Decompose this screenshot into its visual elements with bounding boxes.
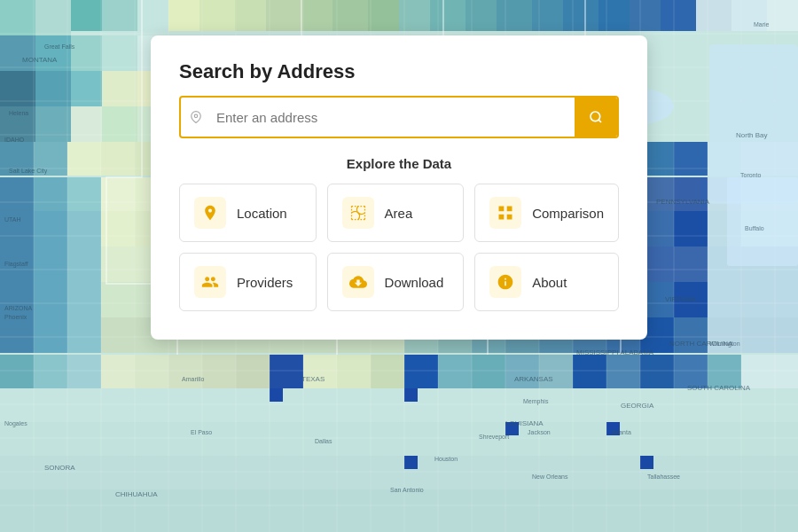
svg-text:IDAHO: IDAHO: [4, 137, 25, 143]
svg-text:Toronto: Toronto: [740, 172, 761, 178]
search-submit-button[interactable]: [575, 98, 617, 137]
svg-rect-178: [34, 317, 67, 353]
svg-rect-4: [102, 0, 137, 31]
svg-rect-27: [368, 0, 399, 31]
explore-grid: Location Area Comparison: [179, 184, 619, 311]
svg-rect-114: [438, 355, 472, 388]
svg-text:Nogales: Nogales: [4, 420, 27, 427]
svg-rect-1: [0, 0, 35, 35]
svg-rect-25: [301, 0, 332, 31]
svg-text:New Orleans: New Orleans: [532, 473, 568, 480]
svg-text:Helena: Helena: [9, 110, 28, 116]
svg-text:Amarillo: Amarillo: [182, 376, 204, 382]
svg-rect-104: [101, 355, 135, 388]
svg-text:Flagstaff: Flagstaff: [4, 261, 28, 268]
location-pin-search-icon: [181, 111, 211, 123]
svg-line-280: [598, 120, 601, 122]
svg-text:SONORA: SONORA: [44, 464, 75, 472]
svg-text:GEORGIA: GEORGIA: [621, 402, 654, 410]
svg-rect-116: [505, 355, 539, 388]
svg-rect-189: [674, 317, 708, 353]
svg-text:VIRGINIA: VIRGINIA: [665, 295, 697, 303]
svg-rect-136: [67, 211, 101, 246]
svg-rect-86: [67, 177, 101, 211]
svg-rect-22: [200, 0, 235, 31]
svg-rect-7: [35, 35, 71, 71]
svg-rect-19: [102, 106, 137, 142]
explore-item-location[interactable]: Location: [179, 184, 317, 242]
svg-rect-135: [34, 211, 67, 246]
svg-text:Houston: Houston: [434, 456, 458, 462]
svg-text:Dallas: Dallas: [315, 438, 332, 444]
svg-text:Tallahassee: Tallahassee: [647, 473, 680, 480]
svg-rect-24: [266, 0, 301, 31]
svg-rect-9: [102, 35, 137, 71]
svg-point-279: [591, 112, 600, 121]
svg-rect-164: [34, 282, 67, 317]
svg-rect-46: [532, 0, 563, 31]
svg-rect-8: [71, 35, 102, 71]
search-panel: Search by Address Explore the Data Loc: [151, 35, 647, 340]
svg-text:ARIZONA: ARIZONA: [4, 305, 32, 311]
svg-rect-176: [708, 282, 798, 317]
svg-text:UTAH: UTAH: [4, 216, 21, 223]
svg-rect-6: [0, 35, 35, 71]
providers-label: Providers: [237, 275, 293, 290]
svg-rect-23: [235, 0, 266, 31]
svg-text:PENNSYLVANIA: PENNSYLVANIA: [656, 198, 710, 206]
svg-point-278: [194, 114, 198, 118]
svg-rect-107: [202, 355, 236, 388]
svg-text:SOUTH CAROLINA: SOUTH CAROLINA: [687, 384, 751, 392]
svg-rect-48: [598, 0, 630, 31]
svg-text:Memphis: Memphis: [523, 398, 549, 405]
explore-item-comparison[interactable]: Comparison: [474, 184, 619, 242]
about-label: About: [532, 275, 567, 290]
svg-rect-45: [497, 0, 532, 31]
svg-text:MISSISSIPPI ALABAMA: MISSISSIPPI ALABAMA: [576, 348, 654, 356]
svg-rect-126: [0, 456, 798, 489]
svg-rect-119: [606, 355, 640, 388]
about-icon-box: [489, 266, 521, 298]
svg-rect-110: [303, 355, 337, 388]
svg-rect-128: [270, 388, 283, 402]
svg-rect-57: [661, 0, 696, 31]
explore-item-download[interactable]: Download: [327, 253, 465, 311]
address-search-input[interactable]: [211, 101, 575, 134]
svg-rect-111: [337, 355, 371, 388]
explore-item-about[interactable]: About: [474, 253, 619, 311]
svg-rect-117: [539, 355, 573, 388]
svg-text:Great Falls: Great Falls: [44, 43, 75, 50]
explore-label: Explore the Data: [179, 156, 619, 171]
svg-rect-42: [399, 0, 430, 31]
comparison-icon-box: [489, 197, 521, 229]
search-bar-container: [179, 96, 619, 138]
svg-rect-64: [101, 142, 135, 176]
svg-rect-230: [727, 177, 798, 266]
svg-text:Phoenix: Phoenix: [4, 314, 27, 320]
svg-rect-113: [404, 355, 438, 388]
svg-rect-63: [67, 142, 101, 176]
svg-rect-129: [404, 388, 418, 402]
explore-item-providers[interactable]: Providers: [179, 253, 317, 311]
svg-rect-115: [472, 355, 505, 388]
svg-text:El Paso: El Paso: [191, 429, 212, 435]
svg-rect-163: [0, 282, 34, 317]
svg-rect-177: [0, 317, 34, 353]
svg-text:Jackson: Jackson: [528, 429, 551, 435]
svg-rect-190: [708, 317, 798, 353]
providers-icon-box: [194, 266, 226, 298]
svg-text:TEXAS: TEXAS: [301, 375, 325, 383]
svg-rect-58: [696, 0, 732, 31]
svg-rect-60: [767, 0, 798, 31]
area-icon-box: [342, 197, 374, 229]
svg-rect-165: [67, 282, 101, 317]
svg-rect-112: [371, 355, 404, 388]
svg-text:LOUISIANA: LOUISIANA: [505, 419, 544, 427]
svg-rect-148: [674, 211, 708, 246]
svg-rect-26: [332, 0, 368, 31]
svg-rect-43: [430, 0, 466, 31]
svg-rect-81: [674, 142, 708, 176]
explore-item-area[interactable]: Area: [327, 184, 465, 242]
svg-text:CHIHUAHUA: CHIHUAHUA: [115, 490, 158, 498]
svg-rect-17: [35, 106, 71, 142]
